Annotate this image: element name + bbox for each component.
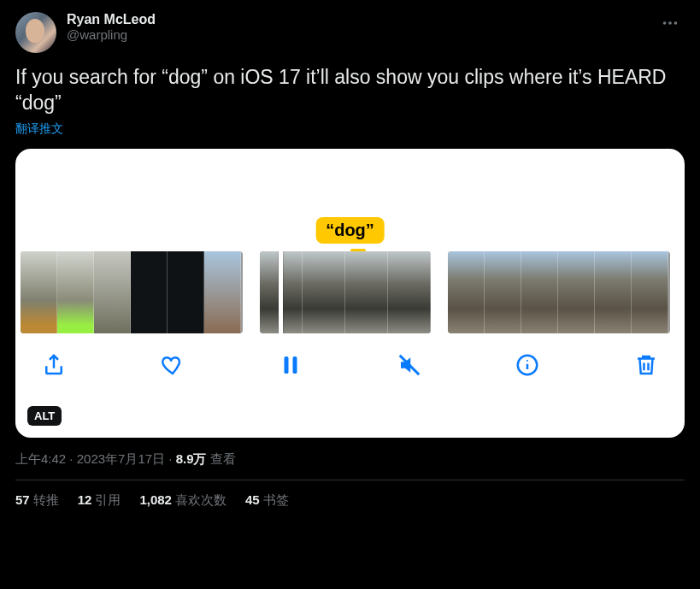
likes-stat[interactable]: 1,082喜欢次数 [139, 492, 226, 509]
share-icon [41, 352, 67, 378]
tweet-meta: 上午4:42 · 2023年7月17日 · 8.9万 查看 [15, 451, 685, 468]
avatar[interactable] [15, 12, 56, 53]
tweet-container: Ryan McLeod @warpling If you search for … [0, 0, 700, 517]
divider [15, 480, 685, 480]
ellipsis-icon [661, 14, 679, 32]
media-toolbar [15, 333, 685, 393]
view-count: 8.9万 [176, 451, 207, 466]
author-display-name: Ryan McLeod [67, 12, 656, 27]
svg-point-1 [668, 21, 672, 25]
bookmarks-stat[interactable]: 45书签 [245, 492, 289, 509]
filmstrip [15, 251, 685, 333]
translate-link[interactable]: 翻译推文 [15, 121, 63, 137]
alt-badge[interactable]: ALT [27, 406, 62, 426]
delete-button[interactable] [633, 352, 659, 378]
quotes-stat[interactable]: 12引用 [78, 492, 121, 509]
mute-button[interactable] [397, 352, 422, 378]
tweet-text: If you search for “dog” on iOS 17 it’ll … [15, 65, 685, 116]
info-icon [515, 352, 540, 378]
stats-row: 57转推 12引用 1,082喜欢次数 45书签 [15, 492, 685, 509]
clip-thumbnail[interactable] [260, 251, 431, 333]
svg-point-0 [663, 21, 667, 25]
svg-point-8 [526, 360, 528, 362]
share-button[interactable] [41, 352, 67, 378]
media-top-area: “dog” [15, 149, 685, 251]
more-button[interactable] [656, 12, 685, 38]
author-names[interactable]: Ryan McLeod @warpling [67, 12, 656, 42]
clip-thumbnail[interactable] [448, 251, 670, 333]
speaker-muted-icon [397, 352, 422, 378]
tweet-date[interactable]: 2023年7月17日 [77, 451, 165, 466]
tweet-time[interactable]: 上午4:42 [15, 451, 66, 466]
view-label: 查看 [207, 451, 236, 466]
heart-icon [160, 352, 185, 378]
tweet-header: Ryan McLeod @warpling [15, 12, 685, 53]
svg-point-2 [674, 21, 678, 25]
info-button[interactable] [515, 352, 540, 378]
clip-thumbnail[interactable] [21, 251, 243, 333]
caption-bubble: “dog” [315, 217, 385, 244]
like-button[interactable] [160, 352, 185, 378]
retweets-stat[interactable]: 57转推 [15, 492, 59, 509]
svg-rect-3 [285, 356, 289, 374]
pause-icon [278, 352, 303, 378]
playhead[interactable] [279, 251, 283, 333]
pause-button[interactable] [278, 352, 303, 378]
trash-icon [633, 352, 659, 378]
media-card[interactable]: “dog” [15, 149, 685, 438]
svg-rect-4 [293, 356, 297, 374]
author-handle: @warpling [67, 27, 656, 42]
